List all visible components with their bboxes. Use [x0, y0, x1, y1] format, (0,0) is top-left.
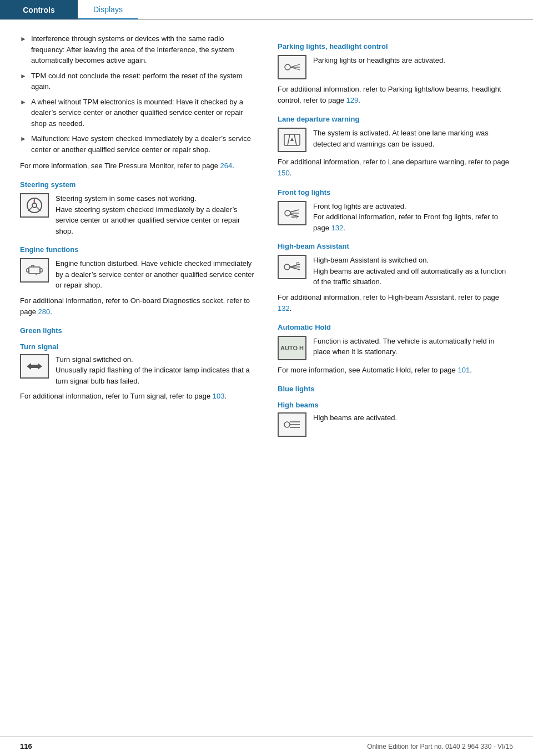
- autohold-page-link[interactable]: 101: [457, 366, 470, 374]
- svg-point-1: [32, 203, 37, 208]
- fog-icon-box: [278, 201, 306, 225]
- engine-icon: [24, 261, 44, 279]
- edition-text: Online Edition for Part no. 0140 2 964 3…: [367, 743, 513, 750]
- engine-page-link[interactable]: 280: [38, 308, 51, 316]
- parking-icon-box: [278, 55, 306, 79]
- fog-lights-icon: [282, 204, 302, 222]
- bullet-arrow-icon: ►: [20, 71, 27, 81]
- high-beams-icon-row: High beams are activated.: [278, 412, 513, 437]
- page-number: 116: [20, 742, 32, 750]
- svg-line-21: [294, 134, 296, 145]
- steering-icon-box: !: [20, 193, 49, 218]
- highbeam-icon-box: [278, 255, 306, 279]
- bullet-text-1: Interference through systems or devices …: [31, 33, 255, 66]
- bullet-text-4: Malfunction: Have system checked immedia…: [31, 133, 255, 155]
- autohold-section-title: Automatic Hold: [278, 323, 513, 331]
- tab-controls[interactable]: Controls: [0, 0, 78, 19]
- turn-para: For additional information, refer to Tur…: [20, 391, 255, 402]
- fog-page-link[interactable]: 132: [331, 224, 344, 232]
- svg-point-23: [285, 210, 290, 216]
- bullet-text-3: A wheel without TPM electronics is mount…: [31, 97, 255, 129]
- parking-lights-icon: [282, 58, 302, 76]
- highbeam-para: For additional information, refer to Hig…: [278, 292, 513, 314]
- lane-page-link[interactable]: 150: [278, 169, 290, 177]
- right-column: Parking lights, headlight control Parkin…: [278, 33, 513, 441]
- svg-text:!: !: [33, 199, 34, 203]
- autohold-icon-box: AUTO H: [278, 336, 306, 360]
- svg-point-15: [285, 64, 290, 70]
- footer: 116 Online Edition for Part no. 0140 2 9…: [0, 736, 533, 756]
- bullet-arrow-icon: ►: [20, 34, 27, 44]
- svg-line-30: [290, 267, 300, 270]
- lane-icon-row: The system is activated. At least one la…: [278, 128, 513, 152]
- high-beams-text: High beams are activated.: [313, 412, 397, 424]
- header-line: [138, 0, 533, 19]
- svg-line-18: [290, 67, 300, 70]
- svg-line-4: [37, 207, 41, 211]
- list-item: ► Malfunction: Have system checked immed…: [20, 133, 255, 155]
- svg-line-16: [290, 64, 300, 67]
- parking-para: For additional information, refer to Par…: [278, 84, 513, 106]
- main-content: ► Interference through systems or device…: [0, 20, 533, 475]
- lane-section-title: Lane departure warning: [278, 115, 513, 123]
- svg-point-32: [284, 422, 290, 427]
- fog-text: Front fog lights are activated. For addi…: [313, 201, 513, 234]
- svg-rect-8: [40, 269, 42, 272]
- parking-page-link[interactable]: 129: [346, 96, 359, 104]
- turn-signal-title: Turn signal: [20, 342, 255, 351]
- bullet-arrow-icon: ►: [20, 97, 27, 107]
- steering-icon-row: ! Steering system in some cases not work…: [20, 193, 255, 236]
- header-tabs: Controls Displays: [0, 0, 533, 20]
- engine-icon-box: [20, 258, 49, 283]
- svg-rect-6: [29, 267, 40, 274]
- engine-text: Engine function disturbed. Have vehicle …: [56, 258, 255, 291]
- engine-para: For additional information, refer to On-…: [20, 295, 255, 317]
- bullet-text-2: TPM could not conclude the reset: perfor…: [31, 70, 255, 92]
- highbeam-icon-row: High-beam Assistant is switched on. High…: [278, 255, 513, 288]
- parking-text: Parking lights or headlights are activat…: [313, 55, 445, 66]
- high-beams-icon-box: [278, 412, 306, 437]
- list-item: ► TPM could not conclude the reset: perf…: [20, 70, 255, 92]
- bullet-list: ► Interference through systems or device…: [20, 33, 255, 155]
- engine-section-title: Engine functions: [20, 245, 255, 254]
- steering-text: Steering system in some cases not workin…: [56, 193, 255, 236]
- highbeam-text: High-beam Assistant is switched on. High…: [313, 255, 513, 288]
- lane-para: For additional information, refer to Lan…: [278, 157, 513, 179]
- lane-icon-box: [278, 128, 306, 152]
- blue-lights-title: Blue lights: [278, 385, 513, 393]
- fog-icon-row: Front fog lights are activated. For addi…: [278, 201, 513, 234]
- highbeam-section-title: High-beam Assistant: [278, 242, 513, 250]
- steering-section-title: Steering system: [20, 180, 255, 189]
- lane-departure-icon: [282, 131, 302, 149]
- svg-marker-14: [32, 363, 42, 370]
- highbeam-page-link[interactable]: 132: [278, 304, 290, 313]
- turn-text: Turn signal switched on. Unusually rapid…: [56, 354, 255, 387]
- tpm-page-link[interactable]: 264: [220, 162, 233, 170]
- turn-icon-box: [20, 354, 49, 379]
- engine-icon-row: Engine function disturbed. Have vehicle …: [20, 258, 255, 291]
- svg-line-20: [288, 134, 290, 145]
- left-column: ► Interference through systems or device…: [20, 33, 255, 441]
- tab-displays[interactable]: Displays: [78, 0, 138, 19]
- fog-section-title: Front fog lights: [278, 188, 513, 196]
- lane-text: The system is activated. At least one la…: [313, 128, 513, 149]
- tpm-para: For more information, see Tire Pressure …: [20, 160, 255, 172]
- turn-icon-row: Turn signal switched on. Unusually rapid…: [20, 354, 255, 387]
- autohold-icon-label: AUTO H: [280, 345, 304, 351]
- parking-section-title: Parking lights, headlight control: [278, 42, 513, 51]
- list-item: ► Interference through systems or device…: [20, 33, 255, 66]
- autohold-text: Function is activated. The vehicle is au…: [313, 336, 513, 357]
- autohold-para: For more information, see Automatic Hold…: [278, 365, 513, 376]
- high-beams-subtitle: High beams: [278, 401, 513, 409]
- svg-line-3: [28, 207, 32, 211]
- highbeam-assistant-icon: [282, 258, 302, 276]
- bullet-arrow-icon: ►: [20, 134, 27, 144]
- parking-icon-row: Parking lights or headlights are activat…: [278, 55, 513, 79]
- svg-marker-22: [290, 138, 294, 141]
- list-item: ► A wheel without TPM electronics is mou…: [20, 97, 255, 129]
- steering-wheel-icon: !: [24, 196, 44, 214]
- high-beams-icon: [282, 416, 302, 434]
- turn-page-link[interactable]: 103: [213, 392, 225, 400]
- svg-line-24: [290, 210, 299, 212]
- autohold-icon-row: AUTO H Function is activated. The vehicl…: [278, 336, 513, 360]
